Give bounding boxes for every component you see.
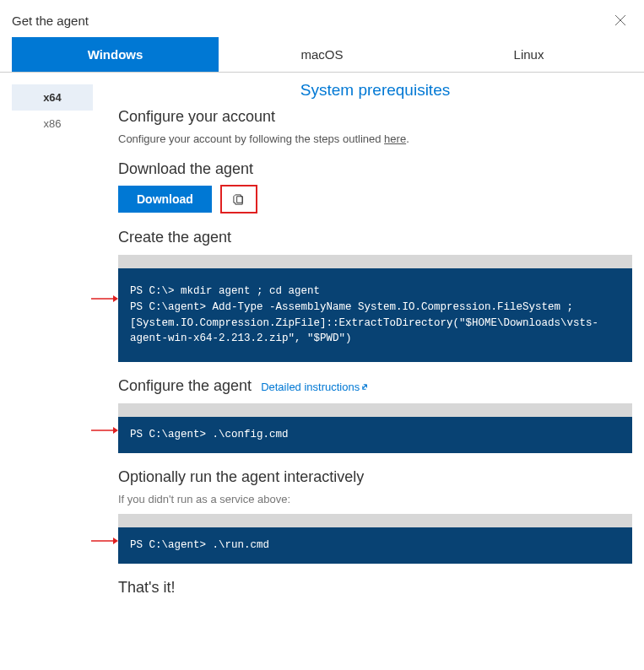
- tab-windows[interactable]: Windows: [12, 37, 219, 72]
- external-link-icon: [361, 382, 371, 392]
- copy-icon: [232, 193, 245, 206]
- arrow-icon: [91, 536, 118, 546]
- configure-account-text-post: .: [406, 132, 409, 145]
- section-run-agent: Optionally run the agent interactively: [118, 468, 632, 486]
- tab-linux[interactable]: Linux: [425, 37, 632, 72]
- arch-nav: x64 x86: [12, 73, 93, 603]
- section-download-agent: Download the agent: [118, 160, 632, 178]
- section-configure-agent: Configure the agent Detailed instruction…: [118, 377, 632, 395]
- download-button[interactable]: Download: [118, 186, 212, 213]
- code-block-header: [118, 403, 632, 417]
- configure-account-here-link[interactable]: here: [384, 132, 406, 145]
- copy-url-button[interactable]: [220, 185, 257, 213]
- section-configure-account: Configure your account: [118, 108, 632, 126]
- create-agent-code[interactable]: PS C:\> mkdir agent ; cd agent PS C:\age…: [118, 268, 632, 362]
- configure-account-text-pre: Configure your account by following the …: [118, 132, 384, 145]
- configure-agent-title-text: Configure the agent: [118, 377, 252, 394]
- os-tabs: Windows macOS Linux: [0, 37, 644, 73]
- arch-x86[interactable]: x86: [12, 111, 93, 137]
- code-block-header: [118, 514, 632, 527]
- tab-macos[interactable]: macOS: [219, 37, 425, 72]
- arch-x64[interactable]: x64: [12, 84, 93, 111]
- configure-agent-code[interactable]: PS C:\agent> .\config.cmd: [118, 417, 632, 453]
- run-agent-code[interactable]: PS C:\agent> .\run.cmd: [118, 527, 632, 564]
- detailed-instructions-label: Detailed instructions: [261, 381, 360, 393]
- detailed-instructions-link[interactable]: Detailed instructions: [261, 381, 371, 393]
- arrow-icon: [91, 425, 118, 435]
- section-thats-it: That's it!: [118, 579, 632, 597]
- system-prerequisites-link[interactable]: System prerequisites: [118, 81, 632, 100]
- section-create-agent: Create the agent: [118, 229, 632, 246]
- run-agent-note: If you didn't run as a service above:: [118, 493, 632, 505]
- close-button[interactable]: [610, 10, 630, 30]
- code-block-header: [118, 255, 632, 268]
- arrow-icon: [91, 294, 118, 304]
- dialog-title: Get the agent: [12, 14, 89, 28]
- configure-account-text: Configure your account by following the …: [118, 132, 632, 145]
- close-icon: [614, 14, 626, 26]
